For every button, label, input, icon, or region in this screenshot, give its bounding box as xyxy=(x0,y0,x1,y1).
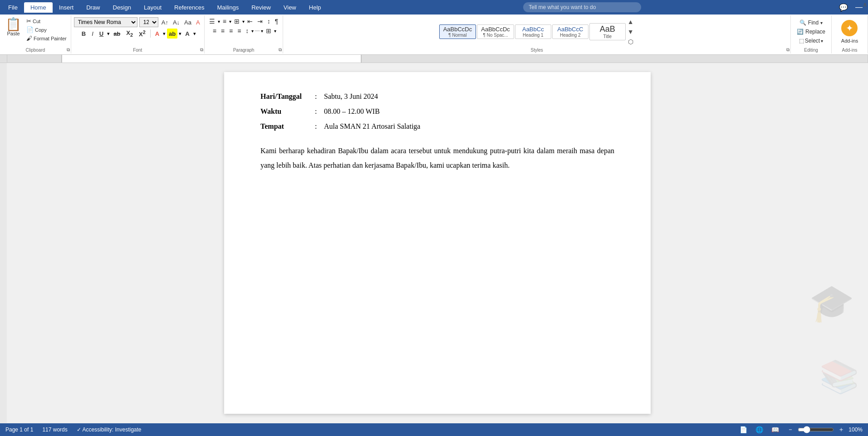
style-normal[interactable]: AaBbCcDc ¶ Normal xyxy=(439,24,476,39)
underline-button[interactable]: U xyxy=(97,29,106,39)
clear-format-button[interactable]: A xyxy=(195,19,201,26)
paste-label: Paste xyxy=(7,31,20,36)
select-button[interactable]: ⬚ Select ▾ xyxy=(796,37,826,45)
numbering-dropdown[interactable]: ▾ xyxy=(229,19,231,24)
numbering-button[interactable]: ≡ xyxy=(221,17,228,25)
cut-button[interactable]: ✂ Cut xyxy=(25,17,68,25)
style-heading1-label: Heading 1 xyxy=(523,33,544,38)
change-case-button[interactable]: Aa xyxy=(183,19,193,26)
addins-button[interactable]: ✦ xyxy=(841,20,858,36)
style-no-spacing-preview: AaBbCcDc xyxy=(481,26,510,33)
tab-home[interactable]: Home xyxy=(24,2,53,13)
highlight-dropdown[interactable]: ▾ xyxy=(179,31,181,37)
copy-label: Copy xyxy=(35,27,47,33)
web-layout-button[interactable]: 🌐 xyxy=(754,426,765,434)
show-marks-button[interactable]: ¶ xyxy=(273,17,280,25)
style-no-spacing-label: ¶ No Spac... xyxy=(483,33,508,38)
zoom-out-button[interactable]: － xyxy=(786,425,795,434)
font-color-dropdown[interactable]: ▾ xyxy=(163,31,166,37)
underline-dropdown[interactable]: ▾ xyxy=(107,31,110,37)
doc-label-0: Hari/Tanggal xyxy=(260,90,315,103)
zoom-level[interactable]: 100% xyxy=(848,426,863,433)
style-no-spacing[interactable]: AaBbCcDc ¶ No Spac... xyxy=(477,24,514,39)
strikethrough-button[interactable]: ab xyxy=(111,29,123,39)
styles-expand-button[interactable]: ⬡ xyxy=(627,37,635,46)
borders-button[interactable]: ⊞ xyxy=(264,27,273,35)
bold-button[interactable]: B xyxy=(79,29,88,39)
find-dropdown[interactable]: ▾ xyxy=(820,20,823,25)
search-input[interactable] xyxy=(523,2,641,12)
sort-button[interactable]: ↕ xyxy=(265,17,272,25)
highlight-button[interactable]: ab xyxy=(167,29,177,39)
styles-scroll-down[interactable]: ▼ xyxy=(627,27,635,36)
line-spacing-dropdown[interactable]: ▾ xyxy=(251,29,254,34)
collapse-ribbon-button[interactable]: ∧ xyxy=(863,1,867,8)
style-heading2[interactable]: AaBbCcC Heading 2 xyxy=(552,24,588,39)
font-expand[interactable]: ⧉ xyxy=(200,47,203,53)
find-button[interactable]: 🔍 Find ▾ xyxy=(797,19,825,27)
cut-label: Cut xyxy=(33,19,40,24)
font-color-button[interactable]: A xyxy=(153,29,162,39)
style-title[interactable]: AaB Title xyxy=(589,23,626,40)
italic-button[interactable]: I xyxy=(89,29,96,39)
style-normal-preview: AaBbCcDc xyxy=(443,26,472,33)
align-center-button[interactable]: ≡ xyxy=(219,27,226,35)
font-name-select[interactable]: Times New Roma xyxy=(74,17,137,27)
justify-button[interactable]: ≡ xyxy=(235,27,243,35)
style-heading1[interactable]: AaBbCc Heading 1 xyxy=(515,24,551,39)
tab-draw[interactable]: Draw xyxy=(80,2,106,13)
text-color-dropdown[interactable]: ▾ xyxy=(193,31,196,37)
comments-icon[interactable]: 💬 xyxy=(837,2,850,13)
replace-button[interactable]: 🔄 Replace xyxy=(794,28,828,36)
font-size-select[interactable]: 12 xyxy=(139,17,158,27)
tab-layout[interactable]: Layout xyxy=(137,2,168,13)
shading-button[interactable] xyxy=(255,30,260,31)
tab-view[interactable]: View xyxy=(277,2,303,13)
format-painter-label: Format Painter xyxy=(34,36,67,41)
tab-design[interactable]: Design xyxy=(107,2,137,13)
doc-value-2: Aula SMAN 21 Artosari Salatiga xyxy=(324,120,614,133)
increase-indent-button[interactable]: ⇥ xyxy=(255,17,265,25)
styles-scroll-up[interactable]: ▲ xyxy=(627,17,635,26)
accessibility-status[interactable]: ✓ Accessibility: Investigate xyxy=(77,426,142,433)
zoom-in-button[interactable]: ＋ xyxy=(837,425,846,434)
multilevel-dropdown[interactable]: ▾ xyxy=(242,19,245,24)
paste-button[interactable]: 📋 Paste xyxy=(3,17,24,37)
copy-button[interactable]: 📄 Copy xyxy=(25,26,68,34)
align-right-button[interactable]: ≡ xyxy=(227,27,235,35)
clipboard-expand[interactable]: ⧉ xyxy=(67,47,70,53)
tab-file[interactable]: File xyxy=(2,2,24,13)
font-shrink-button[interactable]: A↓ xyxy=(172,19,181,26)
shading-dropdown[interactable]: ▾ xyxy=(261,29,263,34)
select-dropdown[interactable]: ▾ xyxy=(821,39,823,44)
tab-insert[interactable]: Insert xyxy=(53,2,80,13)
text-color-btn[interactable]: A xyxy=(183,29,191,39)
decrease-indent-button[interactable]: ⇤ xyxy=(245,17,255,25)
document-page[interactable]: Hari/Tanggal : Sabtu, 3 Juni 2024 Waktu … xyxy=(224,72,651,414)
bullets-button[interactable]: ☰ xyxy=(207,17,217,25)
font-grow-button[interactable]: A↑ xyxy=(160,19,170,26)
read-mode-button[interactable]: 📖 xyxy=(770,426,780,434)
tab-review[interactable]: Review xyxy=(245,2,277,13)
status-bar: Page 1 of 1 117 words ✓ Accessibility: I… xyxy=(0,423,868,436)
paragraph-label: Paragraph xyxy=(233,48,255,53)
addins-group-label: Add-ins xyxy=(842,48,858,53)
format-painter-button[interactable]: 🖌 Format Painter xyxy=(25,34,68,42)
bullets-dropdown[interactable]: ▾ xyxy=(218,19,220,24)
borders-dropdown[interactable]: ▾ xyxy=(274,29,276,34)
doc-paragraph: Kami berharap kehadiran Bapak/Ibu dalam … xyxy=(260,144,614,173)
editing-group: 🔍 Find ▾ 🔄 Replace ⬚ Select ▾ Editing xyxy=(791,15,832,53)
print-layout-button[interactable]: 📄 xyxy=(738,426,749,434)
multilevel-button[interactable]: ⊞ xyxy=(232,17,241,25)
subscript-button[interactable]: X2 xyxy=(124,29,135,39)
document-area: Hari/Tanggal : Sabtu, 3 Juni 2024 Waktu … xyxy=(7,63,868,423)
tab-mailings[interactable]: Mailings xyxy=(211,2,245,13)
styles-expand[interactable]: ⧉ xyxy=(786,47,790,53)
line-spacing-button[interactable]: ↕ xyxy=(244,27,250,35)
tab-help[interactable]: Help xyxy=(303,2,328,13)
align-left-button[interactable]: ≡ xyxy=(211,27,218,35)
superscript-button[interactable]: X2 xyxy=(137,29,148,39)
tab-references[interactable]: References xyxy=(168,2,211,13)
paragraph-expand[interactable]: ⧉ xyxy=(279,47,282,53)
zoom-slider[interactable] xyxy=(798,426,834,433)
